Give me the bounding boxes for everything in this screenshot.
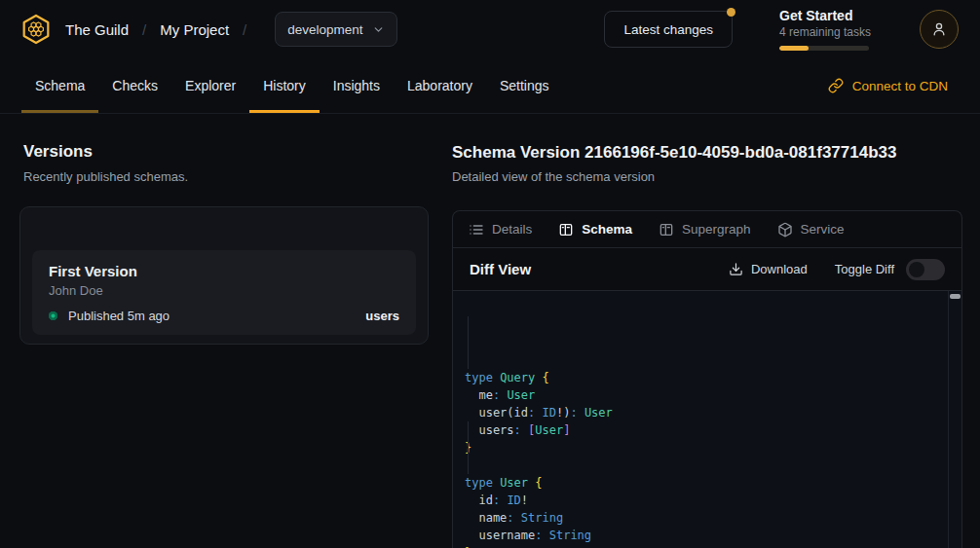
code-line: } — [465, 439, 936, 457]
versions-title: Versions — [23, 142, 93, 162]
schema-code-viewer[interactable]: type Query { me: User user(id: ID!): Use… — [453, 291, 961, 548]
notification-dot — [727, 8, 735, 17]
nav-tab-laboratory[interactable]: Laboratory — [394, 58, 486, 113]
breadcrumb-separator: / — [243, 21, 246, 38]
tab-supergraph[interactable]: Supergraph — [659, 222, 751, 237]
tab-supergraph-label: Supergraph — [682, 222, 751, 237]
columns-icon — [558, 222, 574, 237]
cube-icon — [777, 222, 793, 237]
connect-to-cdn-link[interactable]: Connect to CDN — [828, 58, 948, 113]
app-header: The Guild / My Project / development Lat… — [0, 0, 980, 58]
versions-subtitle: Recently published schemas. — [23, 169, 188, 184]
code-block: type Query { me: User user(id: ID!): Use… — [465, 369, 936, 548]
tab-details-label: Details — [492, 222, 532, 237]
version-name: First Version — [49, 263, 399, 279]
schema-version-title: Schema Version 2166196f-5e10-4059-bd0a-0… — [452, 143, 896, 163]
nav-tab-settings[interactable]: Settings — [486, 58, 563, 113]
code-line: users: [User] — [465, 421, 936, 439]
get-started-title: Get Started — [779, 8, 894, 23]
version-meta-row: Published 5m ago users — [49, 309, 399, 323]
guild-logo-icon[interactable] — [19, 13, 53, 46]
get-started-progress — [779, 46, 869, 51]
chain-link-icon — [828, 78, 844, 93]
diff-view-title: Diff View — [470, 261, 531, 277]
nav-tab-schema[interactable]: Schema — [21, 58, 98, 113]
code-line: user(id: ID!): User — [465, 404, 936, 421]
indent-guide — [468, 421, 469, 474]
schema-version-subtitle: Detailed view of the schema version — [452, 169, 655, 184]
toggle-diff-label: Toggle Diff — [835, 262, 894, 276]
version-service-badge: users — [365, 309, 399, 323]
code-line: id: ID! — [465, 492, 936, 509]
code-line: me: User — [465, 386, 936, 404]
indent-guide — [468, 316, 469, 369]
nav-tab-explorer[interactable]: Explorer — [171, 58, 249, 113]
version-list-item[interactable]: First Version John Doe Published 5m ago … — [32, 250, 416, 335]
code-line: } — [465, 544, 936, 548]
target-nav-tabs: Schema Checks Explorer History Insights … — [0, 58, 980, 114]
latest-changes-label: Latest changes — [623, 22, 713, 37]
user-avatar[interactable] — [920, 10, 959, 49]
columns-icon — [659, 222, 674, 237]
latest-changes-button[interactable]: Latest changes — [604, 11, 733, 48]
code-line — [465, 457, 936, 474]
nav-tab-checks[interactable]: Checks — [98, 58, 171, 113]
code-line: username: String — [465, 527, 936, 544]
connect-to-cdn-label: Connect to CDN — [852, 79, 948, 93]
code-line: name: String — [465, 509, 936, 527]
tab-service-label: Service — [801, 222, 845, 237]
nav-tab-insights[interactable]: Insights — [320, 58, 394, 113]
versions-list-card: First Version John Doe Published 5m ago … — [19, 206, 429, 345]
schema-panel-tabs: Details Schema Supergraph — [453, 211, 961, 248]
get-started-progress-fill — [779, 46, 809, 51]
environment-select[interactable]: development — [275, 12, 396, 47]
code-line: type User { — [465, 474, 936, 492]
version-status: Published 5m ago — [68, 309, 170, 323]
project-breadcrumb[interactable]: My Project — [160, 21, 229, 38]
version-author: John Doe — [49, 283, 399, 298]
nav-tab-history[interactable]: History — [249, 58, 320, 113]
schema-version-panel: Details Schema Supergraph — [452, 210, 962, 548]
get-started-widget[interactable]: Get Started 4 remaining tasks — [779, 8, 894, 51]
tab-schema[interactable]: Schema — [558, 222, 632, 237]
tab-details[interactable]: Details — [469, 222, 532, 237]
code-scrollbar[interactable] — [948, 291, 961, 548]
published-status-dot — [49, 311, 57, 320]
toggle-diff-switch[interactable] — [906, 259, 945, 280]
get-started-subtitle: 4 remaining tasks — [779, 25, 894, 39]
scrollbar-thumb[interactable] — [950, 294, 961, 299]
environment-value: development — [287, 22, 362, 37]
breadcrumb-separator: / — [142, 21, 146, 38]
toggle-diff-knob — [909, 262, 924, 277]
tab-service[interactable]: Service — [777, 222, 845, 237]
download-icon — [729, 262, 743, 276]
download-button[interactable]: Download — [729, 262, 808, 276]
download-label: Download — [751, 262, 808, 276]
tab-schema-label: Schema — [582, 222, 632, 237]
person-icon — [929, 19, 949, 39]
diff-view-toolbar: Diff View Download Toggle Diff — [453, 248, 961, 291]
org-breadcrumb[interactable]: The Guild — [65, 21, 129, 38]
chevron-down-icon — [372, 23, 385, 36]
list-icon — [469, 222, 484, 237]
code-line: type Query { — [465, 369, 936, 386]
diff-actions: Download Toggle Diff — [729, 259, 945, 280]
